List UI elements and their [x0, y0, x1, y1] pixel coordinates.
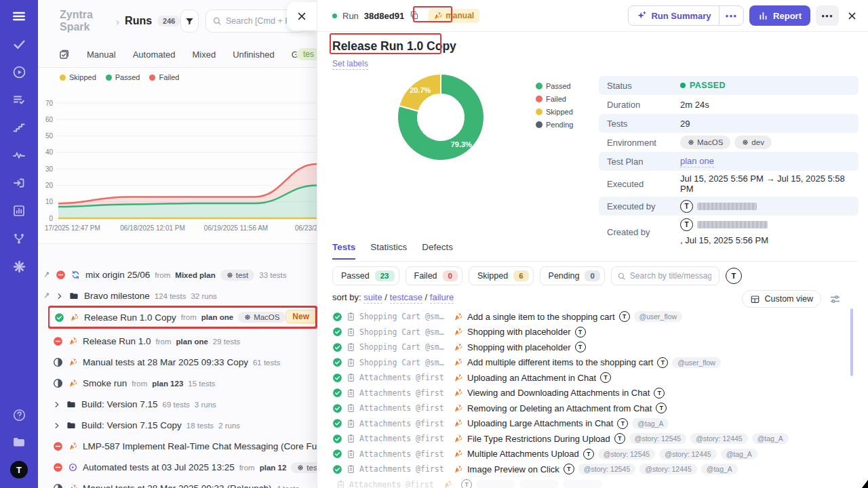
sign-in-icon[interactable]	[11, 175, 27, 191]
sort-by-label: sort by:	[332, 292, 363, 302]
test-suite: Attachments @first	[359, 419, 449, 428]
sort-by-suite[interactable]: suite	[363, 292, 382, 304]
gear-icon[interactable]	[11, 258, 27, 274]
chevron-right-icon[interactable]	[56, 292, 64, 300]
env-badge: dev	[734, 136, 772, 149]
test-row[interactable]: Shopping Cart @sm…Shopping with placehol…	[332, 325, 849, 340]
sort-by-testcase[interactable]: testcase	[390, 292, 422, 304]
test-title: Removing or Deleting an Attachment from …	[467, 403, 652, 413]
clipboard-icon	[347, 388, 355, 398]
svg-text:79.3%: 79.3%	[451, 140, 472, 148]
sort-by-failure[interactable]: failure	[430, 292, 454, 304]
svg-text:40: 40	[45, 148, 54, 156]
test-row[interactable]: Shopping Cart @sm…Add a single item to t…	[332, 309, 849, 325]
filter-button[interactable]	[180, 9, 199, 33]
test-row[interactable]: Attachments @firstRemoving or Deleting a…	[332, 401, 849, 416]
assignee-avatar: T	[575, 327, 586, 338]
sliders-icon[interactable]	[829, 293, 841, 305]
check-icon[interactable]	[11, 36, 27, 52]
breadcrumb-project[interactable]: Zyntra Spark	[60, 9, 111, 33]
list-check-icon[interactable]	[11, 92, 27, 108]
test-row[interactable]: Shopping Cart @sm…Add multiple different…	[332, 355, 849, 371]
tab-statistics[interactable]: Statistics	[370, 242, 407, 258]
detail-close-button[interactable]	[847, 11, 857, 21]
run-row[interactable]: mix origin 25/06fromMixed plantest33 tes…	[38, 264, 317, 285]
test-passed-icon	[332, 403, 342, 413]
test-tag: @tag_A	[632, 418, 669, 429]
runs-tab-automated[interactable]: Automated	[133, 49, 176, 60]
filter-skipped-button[interactable]: Skipped6	[469, 266, 534, 285]
chevron-right-icon[interactable]	[53, 422, 61, 430]
test-row[interactable]: Attachments @firstUploading Large Attach…	[332, 416, 849, 432]
select-runs-icon[interactable]	[58, 49, 70, 60]
test-title: Uploading an Attachment in Chat	[467, 373, 596, 383]
run-summary-more-button[interactable]: ●●●	[719, 6, 744, 25]
run-row[interactable]: Build: Version 7.1569 tests3 runs	[38, 394, 317, 415]
filter-pending-button[interactable]: Pending0	[540, 266, 605, 285]
run-row[interactable]: Release Run 1.0fromplan one29 tests	[38, 331, 317, 352]
confetti-icon	[453, 342, 463, 352]
tab-tests[interactable]: Tests	[332, 242, 355, 260]
run-row[interactable]: Manual tests at 28 Mar 2025 09:33 (Relau…	[38, 478, 317, 488]
run-row[interactable]: Build: Version 7.15 Copy18 tests2 runs	[38, 415, 317, 436]
play-circle-icon[interactable]	[11, 64, 27, 80]
run-row-title: Build: Version 7.15	[81, 399, 158, 409]
run-meta: 29 tests	[213, 338, 240, 346]
runs-tab-env-badge[interactable]: tes	[296, 48, 317, 60]
tests-search[interactable]	[611, 266, 719, 285]
sort-row: sort by: suite / testcase / failure	[332, 292, 454, 302]
test-passed-icon	[332, 449, 342, 459]
run-row[interactable]: Automated tests at 03 Jul 2025 13:25from…	[38, 457, 317, 478]
run-row[interactable]: LMP-587 Implement Real-Time Chat Messagi…	[38, 436, 317, 457]
folder-open-icon[interactable]	[11, 434, 27, 450]
test-row[interactable]: Attachments @firstMultiple Attachments U…	[332, 447, 849, 462]
run-summary-button[interactable]: Run Summary	[629, 6, 718, 25]
help-icon[interactable]	[11, 407, 27, 423]
run-row[interactable]: Bravo milestone124 tests32 runs	[38, 285, 317, 306]
test-row[interactable]: Attachments @firstFile Type Restrictions…	[332, 431, 849, 447]
assignee-filter-avatar[interactable]: T	[726, 268, 742, 284]
more-actions-button[interactable]: ●●●	[816, 5, 839, 26]
redacted-username	[697, 221, 768, 228]
test-suite: Attachments @first	[359, 449, 449, 459]
tests-search-input[interactable]	[630, 271, 711, 281]
set-labels-link[interactable]: Set labels	[332, 59, 368, 70]
runs-tab-mixed[interactable]: Mixed	[193, 49, 216, 60]
steps-icon[interactable]	[11, 119, 27, 136]
confetti-icon	[68, 483, 78, 488]
menu-icon[interactable]	[11, 8, 27, 24]
tab-defects[interactable]: Defects	[422, 242, 453, 258]
chevron-right-icon[interactable]	[53, 401, 61, 409]
branch-icon[interactable]	[11, 230, 27, 247]
filter-failed-button[interactable]: Failed0	[406, 266, 462, 285]
report-button[interactable]: Report	[749, 5, 810, 26]
user-avatar[interactable]: T	[10, 461, 28, 479]
run-meta: 15 tests	[188, 380, 215, 388]
tests-scrollbar[interactable]	[850, 308, 853, 376]
breadcrumb-section[interactable]: Runs	[125, 15, 152, 27]
test-plan-link[interactable]: plan one	[680, 156, 714, 167]
run-row[interactable]: Smoke runfromplan 12315 tests	[38, 373, 317, 394]
runs-panel-close-button[interactable]	[287, 2, 317, 30]
run-row[interactable]: Manual tests at 28 Mar 2025 09:33 Copy61…	[38, 352, 317, 373]
test-tag: @story: 12545	[598, 449, 655, 460]
filter-passed-button[interactable]: Passed23	[332, 266, 399, 285]
donut-legend-passed: Passed	[536, 82, 573, 90]
custom-view-button[interactable]: Custom view	[742, 290, 821, 308]
pulse-icon[interactable]	[11, 147, 27, 163]
test-row[interactable]: Attachments @firstViewing and Downloadin…	[332, 386, 849, 401]
copy-icon[interactable]	[410, 11, 419, 20]
run-status-inprogress-icon	[53, 483, 63, 488]
runs-tab-manual[interactable]: Manual	[87, 49, 116, 60]
test-tag: @story: 12445	[659, 449, 716, 460]
test-row[interactable]: Attachments @firstT	[332, 477, 849, 488]
runs-tab-unfinished[interactable]: Unfinished	[233, 49, 274, 60]
test-row[interactable]: Attachments @firstImage Preview on Click…	[332, 462, 849, 477]
svg-text:10: 10	[45, 198, 54, 205]
test-row[interactable]: Attachments @firstUploading an Attachmen…	[332, 370, 849, 386]
run-row-title: Bravo milestone	[84, 291, 150, 301]
bar-chart-icon[interactable]	[11, 203, 27, 219]
detail-value: Jul 15, 2025 5:56 PM → Jul 15, 2025 5:58…	[680, 174, 852, 194]
run-row[interactable]: Release Run 1.0 Copyfromplan oneMacOSdev…	[48, 306, 317, 328]
test-row[interactable]: Shopping Cart @sm…Shopping with placehol…	[332, 340, 849, 355]
